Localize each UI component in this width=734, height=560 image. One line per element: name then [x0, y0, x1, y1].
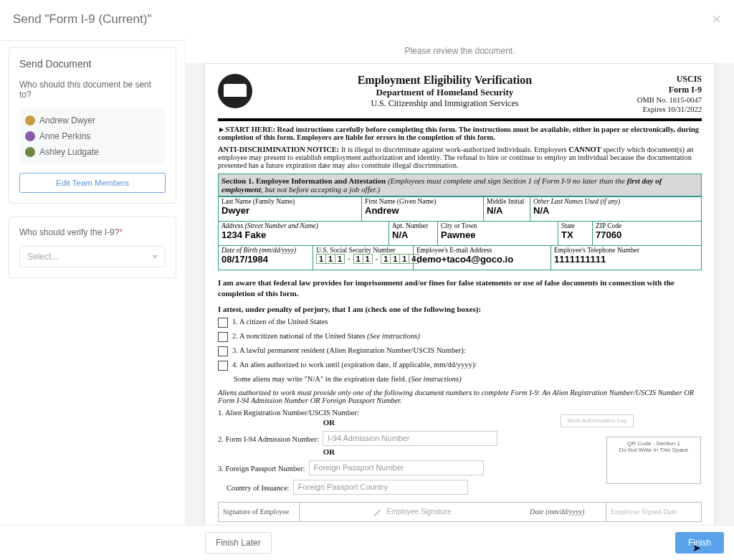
passport-input[interactable]: Foreign Passport Number — [309, 460, 484, 475]
recipient-row[interactable]: Anne Perkins — [19, 128, 166, 144]
footer-bar: Finish Later Finish — [0, 525, 734, 560]
checkbox-icon[interactable] — [218, 361, 228, 371]
right-panel: Please review the document. Employment E… — [185, 39, 734, 526]
checkbox-icon[interactable] — [218, 346, 228, 356]
alien-instructions: Aliens authorized to work must provide o… — [218, 389, 702, 404]
checkbox-icon[interactable] — [218, 318, 228, 328]
i94-input[interactable]: I-94 Admission Number — [323, 431, 497, 446]
send-doc-title: Send Document — [19, 58, 166, 70]
work-auth-exp-placeholder[interactable]: Work Authorization Exp — [561, 414, 634, 427]
doc-header-right: USCIS Form I-9 OMB No. 1615-0047 Expires… — [637, 74, 702, 114]
verify-card: Who should verify the I-9?* Select... — [9, 217, 176, 278]
mi-field: Middle InitialN/A — [484, 197, 530, 222]
doc-title-1: Employment Eligibility Verification — [252, 74, 637, 87]
anti-discrimination-block: ANTI-DISCRIMINATION NOTICE: It is illega… — [218, 146, 702, 169]
attest-paragraph: I attest, under penalty of perjury, that… — [218, 305, 702, 313]
qr-placeholder: QR Code - Section 1 Do Not Write In This… — [606, 437, 701, 484]
recipient-row[interactable]: Ashley Ludgate — [19, 144, 166, 160]
other-names-field: Other Last Names Used (if any)N/A — [530, 197, 702, 222]
avatar — [25, 115, 35, 125]
email-field: Employee's E-mail Addressdemo+taco4@goco… — [414, 246, 551, 270]
send-doc-card: Send Document Who should this document b… — [9, 47, 176, 204]
who-send-label: Who should this document be sent to? — [19, 80, 166, 100]
name-row: Last Name (Family Name)Dwyer First Name … — [218, 196, 702, 222]
pen-icon — [373, 508, 382, 516]
signature-input[interactable]: Employee Signature — [300, 503, 525, 521]
recipient-name: Ashley Ludgate — [39, 147, 99, 157]
alien-option[interactable]: 4. An alien authorized to work until (ex… — [218, 361, 702, 371]
aware-paragraph: I am aware that federal law provides for… — [218, 277, 702, 299]
close-icon[interactable]: × — [712, 10, 721, 29]
recipients-box: Andrew Dwyer Anne Perkins Ashley Ludgate — [19, 108, 166, 164]
doc-header: Employment Eligibility Verification Depa… — [218, 74, 702, 121]
lpr-option[interactable]: 3. A lawful permanent resident (Alien Re… — [218, 346, 702, 356]
finish-later-button[interactable]: Finish Later — [205, 532, 272, 554]
date-label: Date (mm/dd/yyyy) — [525, 503, 606, 521]
recipient-name: Anne Perkins — [39, 131, 90, 141]
verify-question: Who should verify the I-9?* — [19, 227, 166, 237]
modal-header: Send "Form I-9 (Current)" × — [0, 0, 734, 41]
last-name-field: Last Name (Family Name)Dwyer — [219, 197, 362, 222]
ssn-field: U.S. Social Security Number 111 - 11 - 1… — [313, 246, 414, 270]
citizen-option[interactable]: 1. A citizen of the United States — [218, 318, 702, 328]
state-field: StateTX — [558, 222, 593, 246]
or-divider: OR — [218, 447, 440, 456]
phone-field: Employee's Telephone Number1111111111 — [551, 246, 702, 270]
document-viewport[interactable]: Employment Eligibility Verification Depa… — [186, 63, 734, 526]
doc-titles: Employment Eligibility Verification Depa… — [252, 74, 637, 109]
date-input[interactable]: Employee Signed Date — [606, 503, 701, 521]
modal-title: Send "Form I-9 (Current)" — [13, 12, 151, 27]
address-field: Address (Street Number and Name)1234 Fak… — [219, 222, 389, 246]
avatar — [25, 147, 35, 157]
verify-select[interactable]: Select... — [19, 246, 166, 267]
first-name-field: First Name (Given Name)Andrew — [362, 197, 484, 222]
city-field: City or TownPawnee — [438, 222, 558, 246]
sig-label: Signature of Employee — [219, 503, 300, 521]
left-panel: Send Document Who should this document b… — [0, 39, 185, 526]
section-1-bar: Section 1. Employee Information and Atte… — [218, 174, 702, 196]
form-i9-document: Employment Eligibility Verification Depa… — [204, 63, 715, 526]
apt-field: Apt. NumberN/A — [389, 222, 438, 246]
finish-button[interactable]: Finish — [675, 532, 724, 554]
signature-row: Signature of Employee Employee Signature… — [218, 502, 702, 522]
alien-sub-note: Some aliens may write "N/A" in the expir… — [234, 375, 702, 383]
noncitizen-option[interactable]: 2. A noncitizen national of the United S… — [218, 332, 702, 342]
checkbox-icon[interactable] — [218, 332, 228, 342]
content-area: Send Document Who should this document b… — [0, 39, 734, 526]
or-divider: OR — [218, 418, 440, 427]
address-row: Address (Street Number and Name)1234 Fak… — [218, 222, 702, 246]
country-input[interactable]: Foreign Passport Country — [293, 480, 468, 495]
review-message: Please review the document. — [186, 39, 734, 63]
dhs-seal-icon — [218, 74, 252, 108]
avatar — [25, 131, 35, 141]
doc-title-3: U.S. Citizenship and Immigration Service… — [252, 98, 637, 109]
dob-row: Date of Birth (mm/dd/yyyy)08/17/1984 U.S… — [218, 246, 702, 270]
start-here-block: ►START HERE: Read instructions carefully… — [218, 125, 702, 141]
recipient-row[interactable]: Andrew Dwyer — [19, 113, 166, 128]
recipient-name: Andrew Dwyer — [39, 115, 95, 125]
doc-title-2: Department of Homeland Security — [252, 87, 637, 98]
zip-field: ZIP Code77060 — [593, 222, 702, 246]
dob-field: Date of Birth (mm/dd/yyyy)08/17/1984 — [219, 246, 313, 270]
edit-team-button[interactable]: Edit Team Members — [19, 173, 166, 193]
